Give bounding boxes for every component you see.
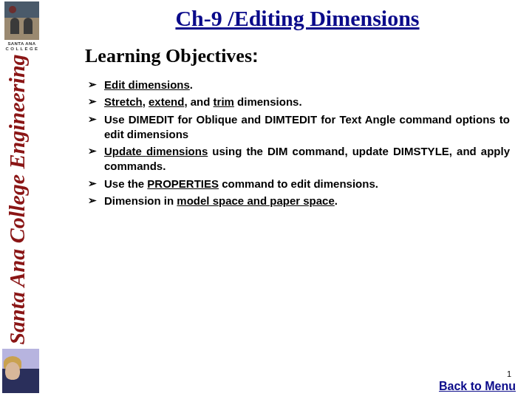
objective-item: Edit dimensions. (88, 78, 510, 92)
page-number: 1 (507, 369, 511, 378)
college-name: SANTA ANA C O L L E G E (4, 41, 39, 52)
objective-item: Stretch, extend, and trim dimensions. (88, 95, 510, 109)
slide-content: Ch-9 /Editing Dimensions Learning Object… (44, 0, 532, 211)
back-to-menu-link[interactable]: Back to Menu (439, 380, 516, 393)
college-logo (4, 1, 39, 40)
objective-item: Dimension in model space and paper space… (88, 194, 510, 208)
objective-item: Update dimensions using the DIM command,… (88, 144, 510, 174)
sidebar-vertical-title: Santa Ana College Engineering (0, 52, 35, 347)
left-sidebar: SANTA ANA C O L L E G E Santa Ana Colleg… (0, 0, 41, 399)
objectives-list: Edit dimensions.Stretch, extend, and tri… (85, 78, 510, 208)
section-heading: Learning Objectives: (85, 44, 510, 67)
objective-item: Use the PROPERTIES command to edit dimen… (88, 177, 510, 191)
page-title: Ch-9 /Editing Dimensions (85, 6, 510, 31)
sidebar-photo (2, 349, 39, 393)
objective-item: Use DIMEDIT for Oblique and DIMTEDIT for… (88, 112, 510, 143)
